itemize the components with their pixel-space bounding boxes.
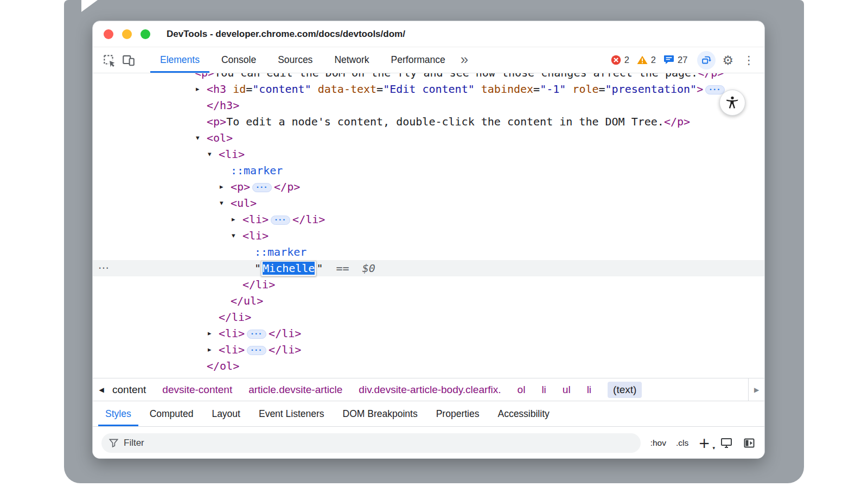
- dom-tree-node[interactable]: ▸<li>•••</li>: [93, 342, 764, 358]
- breadcrumb-item[interactable]: content: [112, 384, 146, 396]
- element-classes-button[interactable]: .cls: [676, 438, 688, 448]
- token-tag: </h3>: [207, 99, 239, 112]
- token-tag: <h3: [207, 83, 226, 96]
- issues-button[interactable]: 27: [663, 55, 687, 65]
- inline-expand-button[interactable]: •••: [247, 346, 266, 355]
- style-filter-input[interactable]: Filter: [101, 433, 641, 453]
- sidebar-tab-accessibility[interactable]: Accessibility: [488, 401, 558, 426]
- sidebar-tab-properties[interactable]: Properties: [427, 401, 489, 426]
- dom-tree-node[interactable]: ▸<p>•••</p>: [93, 179, 764, 195]
- expand-right-icon[interactable]: ▸: [208, 342, 212, 358]
- inspect-element-button[interactable]: [99, 50, 119, 70]
- device-toolbar-button[interactable]: [119, 50, 138, 70]
- sidebar-tab-layout[interactable]: Layout: [202, 401, 250, 426]
- dom-tree-node[interactable]: ::marker: [93, 244, 764, 260]
- dom-tree-node[interactable]: ▾<li>: [93, 227, 764, 244]
- node-overflow-icon[interactable]: ⋯: [98, 260, 109, 275]
- screencast-button[interactable]: [697, 51, 716, 69]
- token-val: "-1": [540, 83, 566, 96]
- sidebar-tab-event-listeners[interactable]: Event Listeners: [250, 401, 334, 426]
- breadcrumb-item[interactable]: li: [541, 384, 546, 396]
- tab-elements[interactable]: Elements: [149, 47, 210, 73]
- token-tag: </p>: [274, 180, 300, 193]
- new-style-rule-button[interactable]: + ▾: [698, 436, 710, 450]
- breadcrumb-item[interactable]: article.devsite-article: [248, 384, 342, 396]
- tab-performance[interactable]: Performance: [380, 47, 456, 73]
- dom-tree-node[interactable]: </li>: [93, 309, 764, 325]
- expand-down-icon[interactable]: ▾: [232, 227, 235, 244]
- zoom-window-button[interactable]: [141, 29, 150, 39]
- inline-expand-button[interactable]: •••: [705, 85, 725, 94]
- close-window-button[interactable]: [104, 29, 113, 39]
- console-warnings-button[interactable]: 2: [637, 55, 656, 65]
- more-tabs-button[interactable]: »: [457, 52, 471, 68]
- dom-tree-node[interactable]: ▸<li>•••</li>: [93, 211, 764, 227]
- token-punct: =: [376, 83, 383, 96]
- dom-tree-node[interactable]: <p>To edit a node's content, double-clic…: [93, 113, 764, 130]
- breadcrumb-item[interactable]: div.devsite-article-body.clearfix.: [359, 384, 501, 396]
- expand-right-icon[interactable]: ▸: [208, 325, 212, 342]
- inline-expand-button[interactable]: •••: [271, 216, 290, 225]
- token-attr: role: [566, 83, 598, 96]
- warning-icon: [637, 55, 648, 65]
- token-val: "Edit content": [383, 83, 475, 96]
- dom-tree-node-selected[interactable]: ⋯"Michelle" == $0: [93, 260, 764, 276]
- console-errors-button[interactable]: 2: [611, 55, 629, 65]
- settings-button[interactable]: ⚙: [722, 53, 733, 67]
- dom-tree-node[interactable]: <p>You can edit the DOM on the fly and s…: [93, 73, 764, 81]
- expand-right-icon[interactable]: ▸: [232, 211, 235, 227]
- expand-right-icon[interactable]: ▸: [196, 374, 200, 378]
- sidebar-tab-dom-breakpoints[interactable]: DOM Breakpoints: [334, 401, 427, 426]
- toggle-element-state-button[interactable]: :hov: [650, 438, 666, 448]
- dom-tree-node[interactable]: ▸<h3 id="content" data-text="Edit conten…: [93, 81, 764, 97]
- breadcrumb-item[interactable]: ul: [563, 384, 571, 396]
- breadcrumb-item[interactable]: devsite-content: [162, 384, 232, 396]
- expand-down-icon[interactable]: ▾: [208, 146, 212, 162]
- customize-devtools-button[interactable]: ⋮: [740, 54, 758, 67]
- token-tag: </ol>: [207, 359, 239, 372]
- dom-tree-node[interactable]: </li>: [93, 276, 764, 293]
- kebab-menu-icon: ⋮: [740, 54, 758, 67]
- dom-tree-node[interactable]: ::marker: [93, 162, 764, 179]
- sidebar-tab-styles[interactable]: Styles: [96, 401, 141, 426]
- accessibility-widget-button[interactable]: [719, 90, 745, 116]
- expand-right-icon[interactable]: ▸: [220, 179, 224, 195]
- expand-down-icon[interactable]: ▾: [220, 195, 224, 211]
- expand-right-icon[interactable]: ▸: [196, 81, 200, 97]
- token-text: To edit a node's content, double-click t…: [226, 115, 664, 128]
- expand-down-icon[interactable]: ▾: [196, 130, 200, 146]
- text-node-editor[interactable]: Michelle: [261, 261, 316, 276]
- sidebar-tab-strip: StylesComputedLayoutEvent ListenersDOM B…: [93, 401, 764, 427]
- token-eq: ==: [323, 262, 362, 275]
- token-quote: ": [254, 262, 261, 275]
- rendering-emulations-button[interactable]: [720, 437, 733, 450]
- dom-tree-node[interactable]: </h3>: [93, 97, 764, 113]
- toggle-sidebar-button[interactable]: [743, 437, 756, 450]
- token-val: "presentation": [605, 83, 697, 96]
- tab-sources[interactable]: Sources: [267, 47, 323, 73]
- inline-expand-button[interactable]: •••: [252, 183, 272, 192]
- sidebar-tab-computed[interactable]: Computed: [141, 401, 203, 426]
- breadcrumb-scroll-right-button[interactable]: ▶: [748, 378, 764, 401]
- dom-tree-node[interactable]: ▾<ul>: [93, 195, 764, 211]
- dom-tree-node[interactable]: </ul>: [93, 293, 764, 309]
- dom-tree-node[interactable]: </ol>: [93, 358, 764, 374]
- breadcrumb-scroll-left-button[interactable]: ◀: [93, 378, 110, 401]
- token-tag: <li>: [219, 343, 245, 356]
- inline-expand-button[interactable]: •••: [247, 330, 266, 339]
- breadcrumb-item-selected[interactable]: (text): [608, 382, 642, 398]
- token-marker: ::marker: [231, 164, 283, 177]
- breadcrumb-item[interactable]: ol: [518, 384, 526, 396]
- token-val: "content": [252, 83, 311, 96]
- breadcrumb-item[interactable]: li: [587, 384, 591, 396]
- dom-tree-node[interactable]: ▸<li>•••</li>: [93, 325, 764, 342]
- dom-tree-node[interactable]: ▾<ol>: [93, 130, 764, 146]
- minimize-window-button[interactable]: [122, 29, 132, 39]
- tab-console[interactable]: Console: [210, 47, 267, 73]
- token-attr: data-text: [311, 83, 376, 96]
- dom-tree-node[interactable]: ▸<h3 id="attributes" data-text="Edit att…: [93, 374, 764, 378]
- token-tag: <ul>: [231, 197, 257, 210]
- chevron-right-icon: ▶: [754, 386, 759, 394]
- dom-tree-node[interactable]: ▾<li>: [93, 146, 764, 162]
- tab-network[interactable]: Network: [323, 47, 380, 73]
